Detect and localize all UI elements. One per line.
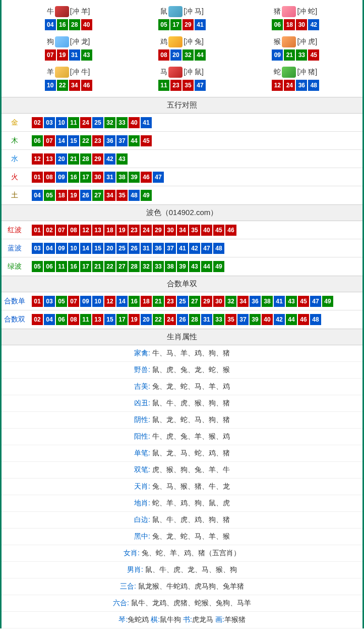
zodiac-name: 羊: [47, 68, 54, 77]
attr-row: 男肖: 鼠、牛、虎、龙、马、猴、狗: [2, 562, 362, 578]
number-ball: 31: [69, 49, 80, 61]
attr-label: 双笔:: [134, 465, 150, 473]
attr-label: 天肖:: [134, 482, 150, 490]
attr-row: 野兽: 鼠、虎、兔、龙、蛇、猴: [2, 362, 362, 379]
table-row: 合数单0103050709101214161821232527293032343…: [2, 292, 362, 310]
number-ball: 46: [225, 225, 236, 236]
number-ball: 02: [32, 314, 43, 325]
number-ball: 40: [129, 117, 140, 128]
number-ball: 16: [68, 172, 79, 183]
number-ball: 11: [56, 261, 67, 272]
table-row: 蓝波03040910141520252631363741424748: [2, 239, 362, 257]
number-ball: 30: [92, 172, 103, 183]
number-ball: 28: [189, 314, 200, 325]
zodiac-icon: [282, 6, 296, 17]
number-ball: 27: [116, 261, 128, 272]
attr-row: 女肖: 兔、蛇、羊、鸡、猪（五宫肖）: [2, 545, 362, 562]
zodiac-cell: 马[冲 鼠]11233547: [125, 64, 238, 94]
number-ball: 02: [32, 117, 43, 128]
zodiac-clash: [冲 鼠]: [184, 68, 204, 77]
number-ball: 01: [32, 296, 43, 307]
ball-row: 04162840: [12, 19, 125, 30]
bose-table: 红波0102070812131819232429303435404546蓝波03…: [2, 221, 362, 276]
zodiac-clash: [冲 羊]: [70, 7, 90, 16]
number-ball: 46: [81, 80, 92, 91]
number-ball: 32: [141, 261, 152, 272]
attr-row: 六合: 鼠牛、龙鸡、虎猪、蛇猴、兔狗、马羊: [2, 595, 362, 612]
row-balls: 0102070812131819232429303435404546: [28, 222, 362, 239]
number-ball: 07: [45, 49, 56, 61]
number-ball: 04: [45, 19, 56, 30]
number-ball: 09: [80, 296, 91, 307]
table-row: 火0108091617303138394647: [2, 168, 362, 186]
number-ball: 47: [310, 296, 321, 307]
number-ball: 48: [213, 243, 224, 254]
zodiac-name: 鼠: [160, 7, 167, 16]
attr-row: 单笔: 鼠、龙、马、蛇、鸡、猪: [2, 445, 362, 462]
table-row: 金02031011242532334041: [2, 114, 362, 132]
number-ball: 01: [32, 225, 43, 236]
number-ball: 29: [183, 19, 194, 30]
attr-label: 男肖:: [127, 565, 143, 573]
number-ball: 35: [183, 80, 194, 91]
zodiac-title: 鼠[冲 马]: [125, 6, 238, 17]
number-ball: 04: [32, 190, 43, 201]
number-ball: 16: [129, 296, 140, 307]
number-ball: 12: [272, 80, 283, 91]
number-ball: 08: [68, 225, 79, 236]
zodiac-name: 猪: [274, 7, 281, 16]
zodiac-clash: [冲 龙]: [70, 37, 90, 46]
zodiac-name: 猴: [274, 37, 281, 46]
attr-label: 阳性:: [134, 432, 150, 440]
attr-row: 地肖: 蛇、羊、鸡、狗、鼠、虎: [2, 495, 362, 512]
zodiac-cell: 猪[冲 蛇]06183042: [239, 3, 352, 33]
number-ball: 03: [44, 296, 55, 307]
row-balls: 04051819262734354849: [28, 187, 362, 204]
number-ball: 03: [32, 243, 43, 254]
ball-row: 12243648: [239, 80, 352, 91]
attr-label: 白边:: [134, 515, 150, 523]
attr-value: 鼠、牛、虎、龙、马、猴、狗: [143, 565, 237, 573]
attr-value: 鼠、牛、虎、猴、狗、猪: [150, 399, 230, 407]
zodiac-name: 马: [160, 68, 167, 77]
number-ball: 20: [170, 49, 181, 61]
number-ball: 26: [80, 190, 91, 201]
number-ball: 38: [262, 296, 273, 307]
number-ball: 23: [170, 80, 181, 91]
page-container: 牛[冲 羊]04162840鼠[冲 马]05172941猪[冲 蛇]061830…: [0, 0, 364, 628]
number-ball: 15: [104, 314, 115, 325]
zodiac-grid: 牛[冲 羊]04162840鼠[冲 马]05172941猪[冲 蛇]061830…: [2, 0, 362, 97]
attr-label: 家禽:: [134, 349, 150, 357]
zodiac-cell: 鼠[冲 马]05172941: [125, 3, 238, 33]
attr-value: 兔、马、猴、猪、牛、龙: [150, 482, 230, 490]
number-ball: 15: [68, 135, 79, 146]
number-ball: 20: [56, 153, 67, 165]
number-ball: 01: [32, 172, 43, 183]
number-ball: 24: [284, 80, 295, 91]
number-ball: 18: [56, 190, 67, 201]
number-ball: 23: [165, 296, 176, 307]
attr-value: 鼠、龙、蛇、马、狗、猪: [150, 415, 230, 424]
number-ball: 47: [201, 243, 212, 254]
number-ball: 44: [201, 261, 212, 272]
number-ball: 21: [92, 261, 103, 272]
number-ball: 49: [213, 261, 224, 272]
footer-row: 琴:兔蛇鸡 棋:鼠牛狗 书:虎龙马 画:羊猴猪: [2, 612, 362, 628]
number-ball: 37: [237, 314, 249, 325]
attr-label: 凶丑:: [134, 399, 150, 407]
row-balls: 0204060811131517192022242628313335373940…: [28, 311, 362, 328]
row-balls: 1213202128294243: [28, 150, 362, 168]
number-ball: 33: [153, 261, 164, 272]
attr-value: 兔、蛇、羊、鸡、猪（五宫肖）: [140, 549, 240, 557]
number-ball: 30: [213, 296, 224, 307]
number-ball: 29: [92, 153, 103, 165]
footer-key: 书:: [183, 615, 192, 623]
number-ball: 34: [237, 296, 249, 307]
attr-row: 黑中: 兔、龙、蛇、马、羊、猴: [2, 529, 362, 545]
zodiac-title: 马[冲 鼠]: [125, 67, 238, 78]
number-ball: 10: [56, 117, 67, 128]
table-row: 红波0102070812131819232429303435404546: [2, 221, 362, 239]
number-ball: 45: [308, 49, 319, 61]
attr-value: 鼠牛、龙鸡、虎猪、蛇猴、兔狗、马羊: [129, 599, 251, 607]
attr-label: 阴性:: [134, 415, 150, 424]
